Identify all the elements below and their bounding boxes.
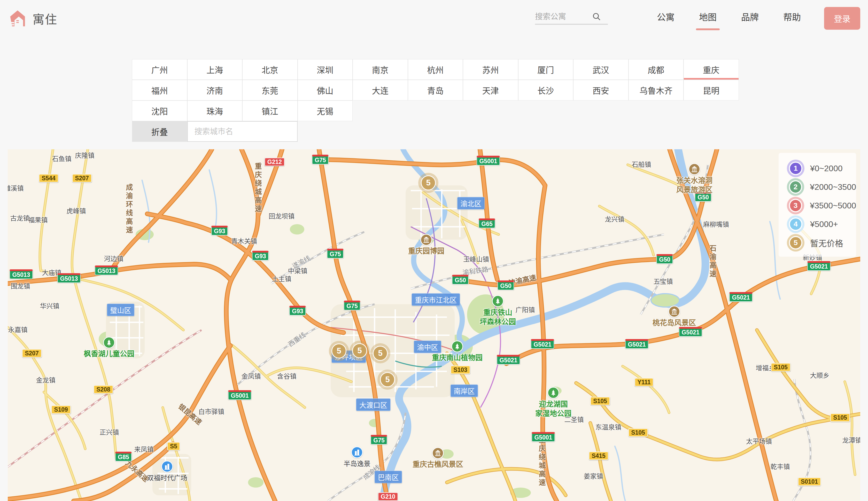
road-shield-S0101: S0101	[798, 478, 821, 486]
legend-label: 暂无价格	[810, 237, 843, 249]
road-shield-S207: S207	[22, 349, 42, 358]
scenic-label-text: 重庆园博园	[408, 247, 444, 256]
road-shield-S544: S544	[39, 174, 59, 183]
city-cell[interactable]: 无锡	[298, 100, 353, 121]
road-shield-G93: G93	[289, 306, 306, 316]
road-shield-G5001: G5001	[476, 156, 500, 166]
town-label: 太平场镇	[746, 436, 772, 446]
city-cell[interactable]: 深圳	[298, 59, 353, 80]
road-shield-S415: S415	[589, 452, 608, 460]
town-label: 含谷镇	[277, 371, 296, 381]
town-label: 土主镇	[272, 274, 291, 283]
scenic-label: 半岛逸景	[343, 446, 370, 468]
nav-item-公寓[interactable]: 公寓	[657, 10, 675, 26]
city-cell[interactable]: 成都	[628, 59, 684, 80]
city-cell[interactable]: 苏州	[463, 59, 518, 80]
road-shield-S105: S105	[771, 363, 791, 372]
city-cell[interactable]: 广州	[132, 59, 187, 80]
scenic-label: 重庆铁山坪森林公园	[480, 295, 516, 327]
road-shield-G5001: G5001	[228, 390, 251, 400]
city-cell[interactable]: 青岛	[408, 80, 463, 100]
city-selector: 广州上海北京深圳南京杭州苏州厦门武汉成都重庆福州济南东莞佛山大连青岛天津长沙西安…	[132, 59, 739, 142]
road-shield-G5021: G5021	[625, 339, 648, 349]
price-cluster-marker[interactable]: 5	[373, 346, 388, 361]
login-button[interactable]: 登录	[824, 7, 860, 30]
road-shield-G75: G75	[327, 249, 343, 258]
legend-label: ¥5000+	[810, 220, 838, 229]
road-shield-G5021: G5021	[531, 339, 554, 349]
scenic-label-text: 重庆南山植物园	[432, 353, 483, 363]
district-label: 渝北区	[457, 197, 485, 210]
town-label: 东温泉镇	[595, 422, 621, 431]
legend-badge-3: 3	[789, 199, 802, 212]
town-label: 围龙镇	[11, 281, 30, 290]
tree-icon	[451, 340, 463, 352]
city-cell[interactable]: 佛山	[298, 80, 353, 100]
city-cell[interactable]: 厦门	[518, 59, 573, 80]
legend-item: 3¥3500~5000	[786, 196, 856, 215]
road-shield-S103: S103	[451, 366, 470, 374]
tree-icon	[103, 337, 115, 348]
road-name-label: 西重线	[286, 330, 307, 349]
town-label: 大顺乡	[810, 370, 829, 380]
city-cell[interactable]: 济南	[187, 80, 243, 100]
town-label: 青木关镇	[231, 236, 257, 245]
scenic-label-text: 坪森林公园	[480, 317, 516, 327]
scenic-label-text: 枫香湖儿童公园	[84, 349, 134, 359]
brand-logo[interactable]: 寓住	[8, 9, 57, 28]
search-icon[interactable]	[592, 12, 601, 21]
town-label: 龙兴镇	[605, 214, 624, 223]
main-nav: 公寓地图品牌帮助	[632, 10, 801, 26]
city-cell[interactable]: 大连	[353, 80, 408, 100]
collapse-button[interactable]: 折叠	[132, 121, 187, 142]
city-cell[interactable]: 珠海	[187, 100, 243, 121]
tree-icon	[548, 387, 559, 399]
city-cell[interactable]: 天津	[463, 80, 518, 100]
road-shield-G75: G75	[343, 301, 360, 310]
town-label: 华兴镇	[40, 301, 59, 310]
scenic-label: 重庆园博园	[408, 234, 444, 256]
legend-item: 5暂无价格	[786, 233, 856, 252]
city-cell[interactable]: 杭州	[408, 59, 463, 80]
legend-label: ¥0~2000	[810, 164, 843, 173]
legend-badge-1: 1	[789, 162, 802, 175]
town-label: 麻柳嘴镇	[703, 219, 729, 228]
city-cell[interactable]: 沈阳	[132, 100, 187, 121]
city-cell[interactable]: 南京	[353, 59, 408, 80]
city-cell[interactable]: 上海	[187, 59, 243, 80]
town-label: 庆隆镇	[75, 150, 94, 160]
price-cluster-marker[interactable]: 5	[421, 175, 436, 190]
nav-item-帮助[interactable]: 帮助	[783, 10, 801, 26]
city-cell[interactable]: 武汉	[573, 59, 628, 80]
city-cell[interactable]: 长沙	[518, 80, 573, 100]
city-cell[interactable]: 北京	[242, 59, 298, 80]
city-cell[interactable]: 重庆	[684, 59, 739, 80]
legend-item: 2¥2000~3500	[786, 178, 856, 196]
road-shield-G5021: G5021	[807, 261, 830, 271]
legend-item: 4¥5000+	[786, 215, 856, 233]
map-canvas[interactable]: 石鱼镇庆隆镇滩溪镇古龙镇福果镇虎峰镇河边镇大庙镇围龙镇华兴镇永嘉镇金龙镇正兴镇来…	[8, 149, 860, 501]
town-label: 正兴镇	[99, 427, 119, 436]
road-shield-G50: G50	[497, 280, 514, 290]
price-cluster-marker[interactable]: 5	[352, 343, 367, 358]
nav-item-品牌[interactable]: 品牌	[741, 10, 759, 26]
road-shield-G75: G75	[312, 155, 329, 164]
town-label: 古龙镇	[10, 213, 30, 222]
road-shield-G85: G85	[115, 452, 132, 461]
road-shield-G93: G93	[252, 251, 269, 260]
city-cell[interactable]: 昆明	[684, 80, 739, 100]
town-label: 石船镇	[632, 159, 651, 169]
apartment-search-input[interactable]	[535, 12, 592, 21]
price-cluster-marker[interactable]: 5	[331, 343, 347, 359]
town-label: 乾丰镇	[770, 461, 790, 471]
city-cell[interactable]: 乌鲁木齐	[628, 80, 684, 100]
logo-house-icon	[8, 9, 28, 28]
city-cell[interactable]: 福州	[132, 80, 187, 100]
city-cell[interactable]: 镇江	[242, 100, 298, 121]
city-search-input[interactable]	[188, 127, 297, 136]
scenic-label-text: 半岛逸景	[343, 459, 370, 468]
price-cluster-marker[interactable]: 5	[380, 372, 395, 387]
city-cell[interactable]: 东莞	[242, 80, 298, 100]
city-cell[interactable]: 西安	[573, 80, 628, 100]
nav-item-地图[interactable]: 地图	[699, 10, 717, 26]
